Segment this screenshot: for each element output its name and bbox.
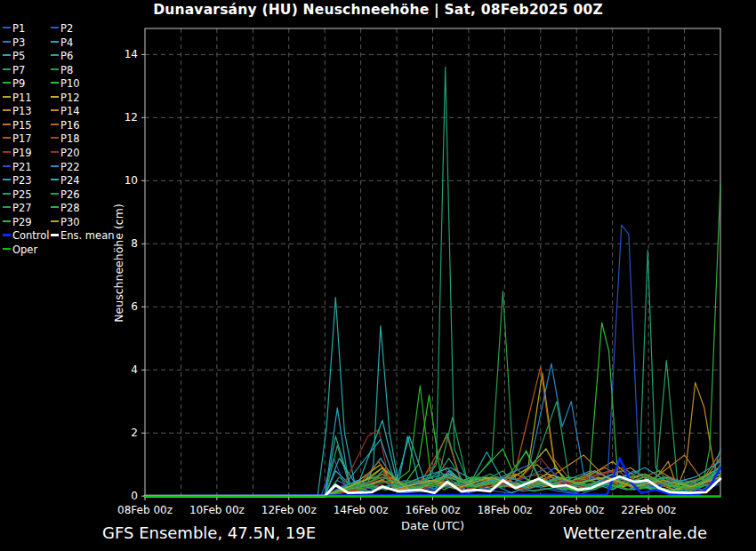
series-line-p27 (145, 291, 720, 497)
y-tick-label: 10 (125, 174, 138, 187)
y-tick-label: 8 (131, 237, 138, 250)
y-tick-label: 4 (131, 363, 138, 376)
gridlines (145, 28, 720, 497)
y-tick-label: 6 (131, 300, 138, 313)
y-tick-label: 2 (131, 427, 138, 439)
y-tick-label: 0 (131, 490, 138, 502)
weather-ensemble-chart-page: Dunavarsány (HU) Neuschneehöhe | Sat, 08… (0, 0, 756, 551)
x-tick-label: 20Feb 00z (549, 504, 604, 516)
x-tick-label: 08Feb 00z (117, 504, 173, 516)
footer-site-credit: Wetterzentrale.de (563, 523, 707, 542)
x-tick-label: 22Feb 00z (621, 504, 676, 516)
x-tick-label: 18Feb 00z (477, 504, 532, 516)
x-tick-label: 14Feb 00z (334, 504, 389, 516)
axis-ticks (141, 54, 648, 500)
x-tick-label: 12Feb 00z (261, 504, 317, 516)
y-tick-label: 14 (125, 48, 138, 60)
x-tick-label: 10Feb 00z (189, 504, 245, 516)
x-tick-label: 16Feb 00z (406, 504, 461, 516)
y-tick-label: 12 (125, 111, 138, 124)
footer-model-info: GFS Ensemble, 47.5N, 19E (102, 523, 316, 542)
y-axis-label: Neuschneehöhe (cm) (112, 204, 125, 323)
